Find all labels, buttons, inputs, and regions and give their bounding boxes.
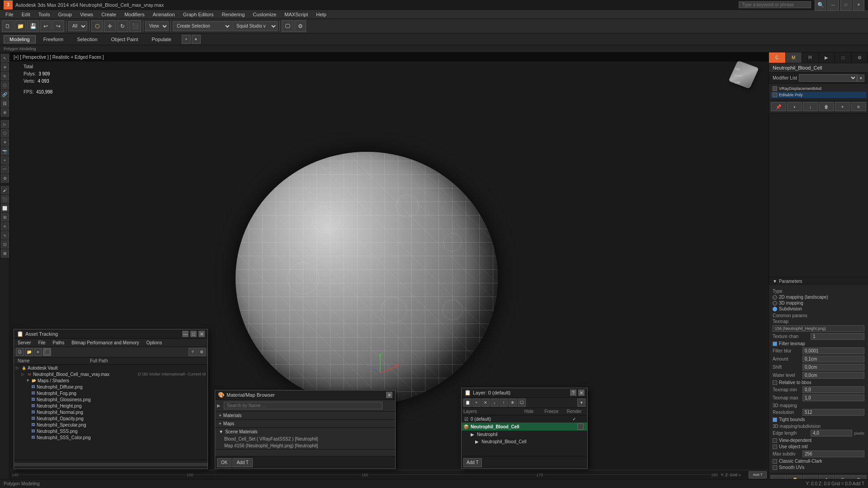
timeline[interactable]: 140 150 160 170 180 Y: Z: Grid = Add T: [10, 470, 769, 479]
texture-chan-input[interactable]: [811, 333, 864, 340]
menu-group[interactable]: Group: [54, 11, 75, 18]
rp-tab-modify[interactable]: M: [786, 52, 802, 63]
tree-diffuse-row[interactable]: 🖼 Neutrophil_Diffuse.png: [14, 384, 208, 390]
menu-modifiers[interactable]: Modifiers: [121, 11, 148, 18]
radio-3d-mapping[interactable]: 3D mapping: [773, 300, 864, 305]
mat-scene-item-1[interactable]: Blood_Cell_Set ( VRayFastSSS2 ) [Neutrop…: [215, 436, 395, 442]
tree-height-row[interactable]: 🖼 Neutrophil_Height.png: [14, 403, 208, 409]
menu-edit[interactable]: Edit: [18, 11, 34, 18]
layers-close-btn[interactable]: ✕: [578, 389, 585, 396]
modifier-enable-vray[interactable]: [773, 86, 777, 91]
menu-help[interactable]: Help: [312, 11, 330, 18]
tool-select[interactable]: ↖: [1, 54, 9, 62]
asset-menu-options[interactable]: Options: [145, 340, 164, 346]
modifier-dropdown-arrow[interactable]: ▾: [857, 75, 864, 82]
params-header[interactable]: ▼ Parameters: [769, 277, 868, 285]
tree-opacity-row[interactable]: 🖼 Neutrophil_Opacity.png: [14, 415, 208, 422]
asset-tb-help[interactable]: ?: [189, 348, 197, 356]
asset-menu-paths[interactable]: Paths: [51, 340, 66, 346]
tab-object-paint[interactable]: Object Paint: [105, 35, 144, 43]
menu-views[interactable]: Views: [76, 11, 97, 18]
texmap-value[interactable]: 156 (Neutrophil_Height.png): [773, 325, 864, 332]
water-level-input[interactable]: [802, 372, 864, 379]
layer-tb-move-up[interactable]: ↑: [500, 399, 508, 407]
mat-ok-btn[interactable]: OK: [217, 458, 231, 467]
menu-animation[interactable]: Animation: [149, 11, 179, 18]
rp-tab-create[interactable]: C: [769, 52, 786, 63]
tool-ribbon[interactable]: ⬛: [1, 195, 9, 203]
mat-maps-header[interactable]: + Maps: [215, 420, 395, 427]
use-obj-mtl-checkbox[interactable]: [773, 445, 777, 449]
tab-modeling[interactable]: Modeling: [4, 35, 36, 43]
tool-systems[interactable]: ⚙: [1, 174, 9, 183]
tool-shapes[interactable]: ▷: [1, 120, 9, 128]
asset-tb-new[interactable]: 🗋: [16, 348, 24, 356]
tab-freeform[interactable]: Freeform: [38, 35, 70, 43]
toolbar-save[interactable]: 💾: [27, 20, 39, 32]
view-dropdown[interactable]: View: [145, 21, 169, 31]
menu-file[interactable]: File: [2, 11, 17, 18]
texmap-max-input[interactable]: [802, 394, 864, 401]
tool-rotate[interactable]: ↻: [1, 72, 9, 80]
asset-menu-bitmap[interactable]: Bitmap Performance and Memory: [70, 340, 141, 346]
layer-blood-cell-row[interactable]: 📦 Neutrophil_Blood_Cell: [462, 422, 587, 431]
menu-customize[interactable]: Customize: [249, 11, 280, 18]
asset-menu-server[interactable]: Server: [16, 340, 33, 346]
minimize-btn[interactable]: —: [827, 0, 839, 11]
smooth-uvs-checkbox[interactable]: [773, 465, 777, 470]
texmap-min-input[interactable]: [802, 386, 864, 393]
tool-move[interactable]: ✛: [1, 63, 9, 71]
radio-subdivision[interactable]: Subdivision: [773, 306, 864, 311]
layer-tb-expand[interactable]: ▾: [577, 399, 585, 407]
layer-tb-add[interactable]: +: [472, 399, 481, 407]
menu-maxscript[interactable]: MAXScript: [281, 11, 311, 18]
filter-texmap-checkbox[interactable]: [773, 342, 777, 346]
tree-maxfile-row[interactable]: ▷ M Neutrophil_Blood_Cell_max_vray.max D…: [14, 371, 208, 377]
toolbar-redo[interactable]: ↪: [52, 20, 64, 32]
tree-fog-row[interactable]: 🖼 Neutrophil_Fog.png: [14, 390, 208, 396]
render-settings-btn[interactable]: ⚙: [294, 20, 306, 32]
modifier-editable-poly[interactable]: Editable Poly: [771, 92, 866, 98]
layer-tb-new[interactable]: 📋: [463, 399, 472, 407]
maximize-btn[interactable]: □: [840, 0, 852, 11]
mat-add-btn[interactable]: Add T: [232, 458, 253, 467]
layer-neutrophil-blood-row[interactable]: ▶ Neutrophil_Blood_Cell: [462, 438, 587, 445]
mod-delete-btn[interactable]: 🗑: [819, 102, 835, 111]
search-btn[interactable]: 🔍: [815, 0, 826, 11]
mod-pin-btn[interactable]: 📌: [771, 102, 786, 111]
rotate-btn[interactable]: ↻: [117, 20, 128, 32]
toolbar-undo[interactable]: ↩: [40, 20, 52, 32]
shift-input[interactable]: [802, 364, 864, 371]
mat-scene-header[interactable]: ▼ Scene Materials: [215, 428, 395, 436]
tool-align[interactable]: ⊞: [1, 213, 9, 221]
rel-bbox-checkbox[interactable]: [773, 380, 777, 385]
asset-scroll-bar[interactable]: [14, 460, 208, 469]
layer-tb-render[interactable]: 🖵: [518, 399, 526, 407]
tree-maps-row[interactable]: ▼ 📂 Maps / Shaders: [14, 377, 208, 384]
mat-scene-item-2[interactable]: Map #156 (Neutrophil_Height.png) [Neutro…: [215, 442, 395, 449]
tool-geometry[interactable]: ⬡: [1, 129, 9, 137]
mat-materials-header[interactable]: + Materials: [215, 412, 395, 419]
tool-bind[interactable]: ⊕: [1, 108, 9, 117]
search-input[interactable]: [739, 1, 811, 8]
menu-tools[interactable]: Tools: [35, 11, 54, 18]
tree-glossiness-row[interactable]: 🖼 Neutrophil_Glossiness.png: [14, 396, 208, 403]
classic-catmull-checkbox[interactable]: [773, 459, 777, 464]
tree-vault-row[interactable]: ▷ 🔒 Autodesk Vault: [14, 365, 208, 371]
asset-minimize-btn[interactable]: —: [182, 331, 189, 337]
tool-unlink[interactable]: ⛓: [1, 99, 9, 108]
layer-tb-delete[interactable]: ✕: [481, 399, 490, 407]
menu-graph-editors[interactable]: Graph Editors: [179, 11, 217, 18]
render-btn[interactable]: 🖵: [282, 20, 293, 32]
tool-link[interactable]: 🔗: [1, 90, 9, 99]
layers-minimize-btn[interactable]: ?: [570, 389, 576, 396]
layer-tb-move-down[interactable]: ↓: [491, 399, 499, 407]
layer-tb-freeze[interactable]: ❄: [509, 399, 517, 407]
modeling-extra-btn[interactable]: +: [182, 35, 191, 44]
material-close-btn[interactable]: ✕: [386, 392, 392, 398]
tool-lights[interactable]: ☀: [1, 138, 9, 146]
mod-move-btn[interactable]: ↓: [803, 102, 818, 111]
modeling-settings-btn[interactable]: ▾: [192, 35, 201, 44]
resolution-input[interactable]: [802, 409, 864, 416]
asset-tb-list[interactable]: ≡: [34, 348, 42, 356]
